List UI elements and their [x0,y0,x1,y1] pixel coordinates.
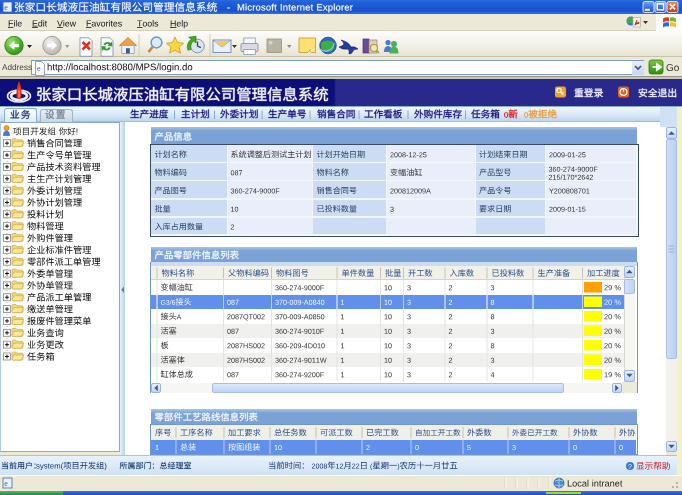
svg-text:e: e [4,3,8,12]
svg-text:e: e [37,64,41,73]
svg-text:?: ? [628,463,632,470]
svg-text:e: e [4,479,8,488]
